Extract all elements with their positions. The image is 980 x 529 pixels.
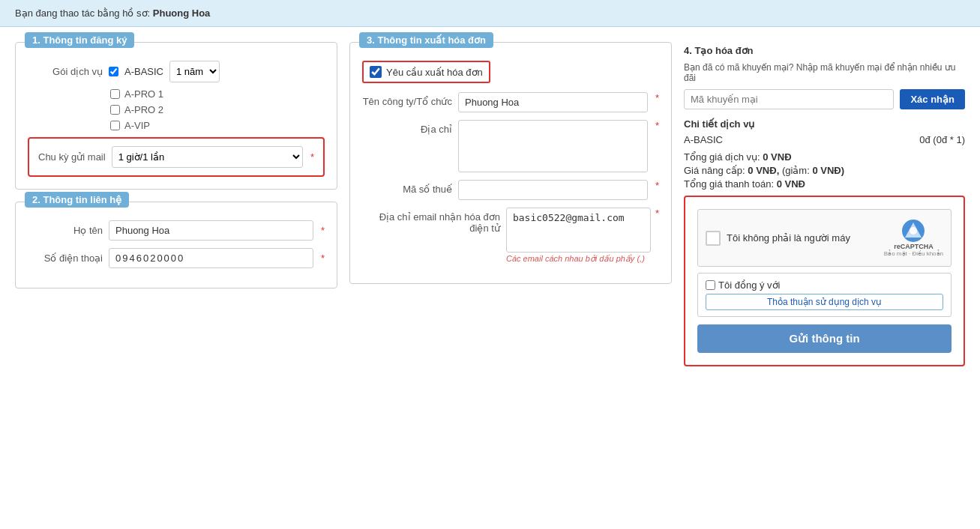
ten-cty-label: Tên công ty/Tổ chức bbox=[362, 92, 452, 107]
recaptcha-checkbox[interactable] bbox=[706, 231, 721, 246]
promo-input[interactable] bbox=[684, 89, 894, 109]
email-hoadon-row: Địa chỉ email nhận hóa đơn điện tử basic… bbox=[362, 208, 659, 264]
chu-ky-box: Chu kỳ gửi mail 1 giờ/1 lần 2 giờ/1 lần … bbox=[28, 137, 325, 177]
avip-row: A-VIP bbox=[110, 120, 325, 131]
summary-section: Tổng giá dịch vụ: 0 VNĐ Giá nâng cấp: 0 … bbox=[684, 151, 965, 190]
chu-ky-required: * bbox=[310, 151, 314, 163]
promo-text: Bạn đã có mã khuyến mại? Nhập mã khuyến … bbox=[684, 62, 965, 83]
terms-link[interactable]: Thỏa thuận sử dụng dịch vụ bbox=[706, 294, 943, 310]
tong-thanh-toan-row: Tổng giá thanh toán: 0 VNĐ bbox=[684, 178, 965, 190]
goi-dich-vu-row: Gói dịch vụ A-BASIC 1 năm 2 năm 3 năm bbox=[28, 61, 325, 82]
apro1-row: A-PRO 1 bbox=[110, 88, 325, 100]
email-hint: Các email cách nhau bởi dấu phẩy (,) bbox=[506, 254, 659, 264]
ho-ten-label: Họ tên bbox=[28, 225, 103, 236]
ten-cty-input[interactable] bbox=[458, 92, 648, 112]
ho-ten-required: * bbox=[321, 225, 325, 236]
mst-label: Mã số thuế bbox=[362, 180, 452, 195]
top-bar-text: Bạn đang thao tác bằng hồ sơ: bbox=[15, 7, 150, 19]
section2-title: 2. Thông tin liên hệ bbox=[25, 192, 129, 208]
tong-thanh-toan-label: Tổng giá thanh toán: bbox=[684, 178, 774, 190]
dia-chi-required: * bbox=[655, 120, 659, 131]
tong-thanh-toan-value: 0 VNĐ bbox=[777, 178, 805, 190]
tong-gia-row: Tổng giá dịch vụ: 0 VNĐ bbox=[684, 151, 965, 163]
goi-label: Gói dịch vụ bbox=[28, 66, 103, 77]
avip-checkbox[interactable] bbox=[110, 121, 120, 130]
dia-chi-row: Địa chỉ * bbox=[362, 120, 659, 172]
section4-box: 4. Tạo hóa đơn Bạn đã có mã khuyến mại? … bbox=[684, 42, 965, 366]
sdt-row: Số điện thoại * bbox=[28, 248, 325, 268]
top-bar-profile: Phuong Hoa bbox=[153, 7, 211, 19]
sdt-required: * bbox=[321, 253, 325, 264]
apro2-label: A-PRO 2 bbox=[124, 104, 163, 115]
chu-ky-select[interactable]: 1 giờ/1 lần 2 giờ/1 lần 6 giờ/1 lần bbox=[112, 146, 303, 168]
recaptcha-box: Tôi không phải là người máy reCAPTCHA Bả… bbox=[697, 209, 952, 267]
dia-chi-label: Địa chỉ bbox=[362, 120, 452, 135]
giam-value: 0 VNĐ) bbox=[812, 165, 844, 176]
mst-input[interactable] bbox=[458, 180, 648, 200]
agree-inner: Tôi đồng ý với bbox=[706, 279, 943, 291]
email-hoadon-label: Địa chỉ email nhận hóa đơn điện tử bbox=[362, 208, 500, 234]
agree-label: Tôi đồng ý với bbox=[718, 279, 780, 291]
action-box: Tôi không phải là người máy reCAPTCHA Bả… bbox=[684, 196, 965, 366]
abasic-label: A-BASIC bbox=[124, 66, 163, 77]
avip-label: A-VIP bbox=[124, 120, 150, 131]
recaptcha-logo-icon bbox=[901, 219, 925, 243]
email-hoadon-required: * bbox=[655, 208, 659, 219]
svg-point-1 bbox=[910, 227, 917, 235]
ten-cty-required: * bbox=[655, 92, 659, 103]
apro2-checkbox[interactable] bbox=[110, 105, 120, 115]
giam-label: (giảm: bbox=[782, 165, 810, 176]
section1-box: 1. Thông tin đăng ký Gói dịch vụ A-BASIC… bbox=[15, 42, 337, 190]
gia-nang-cap-label: Giá nâng cấp: bbox=[684, 165, 745, 176]
top-bar: Bạn đang thao tác bằng hồ sơ: Phuong Hoa bbox=[0, 0, 980, 27]
ho-ten-row: Họ tên * bbox=[28, 220, 325, 241]
agree-box: Tôi đồng ý với Thỏa thuận sử dụng dịch v… bbox=[697, 273, 952, 317]
section4-title: 4. Tạo hóa đơn bbox=[684, 45, 965, 56]
section2-box: 2. Thông tin liên hệ Họ tên * Số điện th… bbox=[15, 202, 337, 288]
sdt-input[interactable] bbox=[109, 248, 313, 268]
section1-title: 1. Thông tin đăng ký bbox=[25, 32, 134, 48]
recaptcha-label: Tôi không phải là người máy bbox=[727, 232, 850, 244]
xacnhan-button[interactable]: Xác nhận bbox=[900, 89, 965, 109]
promo-row: Xác nhận bbox=[684, 89, 965, 109]
recaptcha-sub: Bảo mật · Điều khoản bbox=[884, 250, 943, 257]
ten-cty-row: Tên công ty/Tổ chức * bbox=[362, 92, 659, 112]
service-name: A-BASIC bbox=[684, 134, 723, 145]
section3-box: 3. Thông tin xuất hóa đơn Yêu cầu xuất h… bbox=[349, 42, 672, 284]
apro1-checkbox[interactable] bbox=[110, 89, 120, 99]
mst-required: * bbox=[655, 180, 659, 191]
gia-nang-cap-value: 0 VNĐ, bbox=[748, 165, 779, 176]
sdt-label: Số điện thoại bbox=[28, 253, 103, 264]
duration-select[interactable]: 1 năm 2 năm 3 năm bbox=[169, 61, 220, 82]
yeu-cau-wrapper: Yêu cầu xuất hóa đơn bbox=[362, 61, 490, 83]
chi-tiet-title: Chi tiết dịch vụ bbox=[684, 118, 965, 130]
section3-title: 3. Thông tin xuất hóa đơn bbox=[359, 32, 493, 48]
yeu-cau-row: Yêu cầu xuất hóa đơn bbox=[362, 61, 659, 83]
tong-gia-value: 0 VNĐ bbox=[763, 151, 791, 163]
service-detail-row: A-BASIC 0đ (0đ * 1) bbox=[684, 134, 965, 145]
gia-nang-cap-row: Giá nâng cấp: 0 VNĐ, (giảm: 0 VNĐ) bbox=[684, 165, 965, 176]
email-hoadon-input[interactable]: basic0522@gmail.com bbox=[506, 208, 651, 253]
recaptcha-right: reCAPTCHA Bảo mật · Điều khoản bbox=[884, 219, 943, 257]
apro1-label: A-PRO 1 bbox=[124, 88, 163, 100]
recaptcha-left: Tôi không phải là người máy bbox=[706, 231, 850, 246]
tong-gia-label: Tổng giá dịch vụ: bbox=[684, 151, 760, 163]
yeu-cau-label: Yêu cầu xuất hóa đơn bbox=[386, 67, 483, 78]
gui-button[interactable]: Gửi thông tin bbox=[697, 324, 952, 353]
chu-ky-label: Chu kỳ gửi mail bbox=[38, 151, 106, 163]
mst-row: Mã số thuế * bbox=[362, 180, 659, 200]
agree-checkbox[interactable] bbox=[706, 280, 715, 290]
service-price: 0đ (0đ * 1) bbox=[919, 134, 965, 145]
apro2-row: A-PRO 2 bbox=[110, 104, 325, 115]
yeu-cau-checkbox[interactable] bbox=[370, 66, 382, 78]
ho-ten-input[interactable] bbox=[109, 220, 313, 241]
recaptcha-brand: reCAPTCHA bbox=[894, 243, 934, 250]
dia-chi-input[interactable] bbox=[458, 120, 648, 172]
abasic-checkbox[interactable] bbox=[109, 67, 118, 76]
